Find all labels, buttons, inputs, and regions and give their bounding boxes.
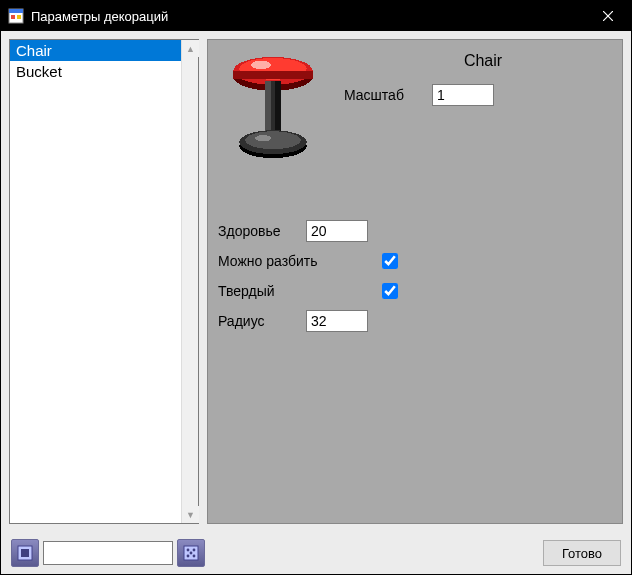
svg-point-25 (187, 555, 190, 558)
add-icon (16, 544, 34, 562)
svg-rect-13 (265, 80, 271, 132)
form-icon (7, 7, 25, 25)
item-title: Chair (344, 52, 612, 70)
health-input[interactable] (306, 220, 368, 242)
list-item[interactable]: Chair (10, 40, 198, 61)
footer-input[interactable] (43, 541, 173, 565)
scale-label: Масштаб (344, 87, 432, 103)
done-button[interactable]: Готово (543, 540, 621, 566)
svg-point-22 (187, 549, 190, 552)
svg-rect-3 (17, 15, 21, 19)
svg-point-9 (251, 60, 271, 69)
svg-point-24 (190, 552, 193, 555)
properties-panel: Chair Масштаб Здоровье Можно разбить (207, 39, 623, 524)
svg-rect-2 (11, 15, 15, 19)
list-item[interactable]: Bucket (10, 61, 198, 82)
window-title: Параметры декораций (31, 9, 585, 24)
radius-input[interactable] (306, 310, 368, 332)
footer-toolbar: Готово (1, 532, 631, 574)
svg-point-17 (245, 131, 301, 149)
main-split: Chair Bucket ▲ ▼ (1, 31, 631, 532)
svg-rect-20 (21, 549, 29, 557)
sprite-preview (218, 46, 328, 166)
svg-point-26 (193, 555, 196, 558)
list-scrollbar[interactable]: ▲ ▼ (181, 40, 198, 523)
solid-label: Твердый (218, 283, 378, 299)
dice-icon (182, 544, 200, 562)
solid-checkbox[interactable] (382, 283, 398, 299)
scroll-down-button[interactable]: ▼ (182, 506, 199, 523)
scale-input[interactable] (432, 84, 494, 106)
breakable-checkbox[interactable] (382, 253, 398, 269)
svg-rect-14 (275, 80, 281, 132)
svg-rect-1 (9, 9, 23, 13)
close-icon (603, 11, 613, 21)
randomize-button[interactable] (177, 539, 205, 567)
add-button[interactable] (11, 539, 39, 567)
close-button[interactable] (585, 1, 631, 31)
radius-label: Радиус (218, 313, 306, 329)
health-label: Здоровье (218, 223, 306, 239)
dialog-window: Параметры декораций Chair Bucket ▲ ▼ (0, 0, 632, 575)
titlebar: Параметры декораций (1, 1, 631, 31)
svg-point-18 (255, 135, 271, 141)
list-items-container: Chair Bucket (10, 40, 198, 523)
scroll-up-button[interactable]: ▲ (182, 40, 199, 57)
svg-rect-10 (233, 70, 312, 78)
client-area: Chair Bucket ▲ ▼ (1, 31, 631, 574)
decoration-list[interactable]: Chair Bucket ▲ ▼ (9, 39, 199, 524)
svg-point-23 (193, 549, 196, 552)
breakable-label: Можно разбить (218, 253, 378, 269)
